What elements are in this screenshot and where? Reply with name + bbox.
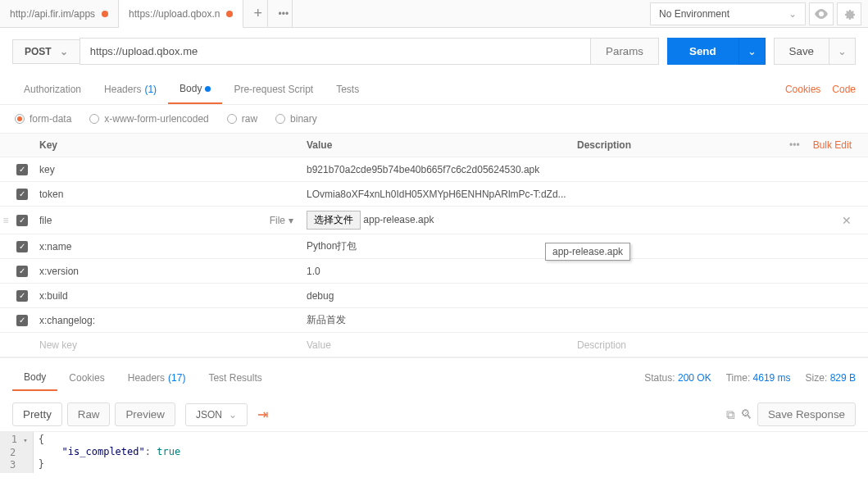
cookies-link[interactable]: Cookies	[785, 84, 820, 95]
row-checkbox[interactable]: ✓	[16, 164, 28, 175]
save-button[interactable]: Save	[774, 38, 829, 65]
kv-row: ✓x:builddebug	[0, 284, 868, 308]
value-text[interactable]: 1.0	[307, 266, 320, 277]
key-text[interactable]: file	[39, 215, 52, 226]
new-key-input[interactable]: New key	[33, 339, 303, 351]
radio-form-data[interactable]: form-data	[15, 113, 71, 125]
chevron-down-icon: ⌄	[788, 8, 797, 20]
tab-menu-button[interactable]: •••	[268, 0, 293, 28]
env-label: No Environment	[659, 8, 729, 20]
radio-binary[interactable]: binary	[275, 113, 317, 125]
type-select[interactable]: File ▾	[270, 215, 293, 226]
resp-tab-tests[interactable]: Test Results	[197, 366, 273, 390]
drag-handle-icon[interactable]: ≡	[2, 215, 8, 226]
resp-tab-cookies[interactable]: Cookies	[57, 366, 116, 390]
tab-2[interactable]: https://upload.qbox.n	[119, 0, 243, 28]
tabs-bar: http://api.fir.im/apps https://upload.qb…	[0, 0, 868, 28]
chevron-down-icon: ⌄	[748, 45, 757, 57]
time-label: Time:	[726, 372, 751, 384]
view-preview-button[interactable]: Preview	[115, 402, 175, 426]
columns-menu-icon[interactable]: •••	[789, 139, 800, 151]
view-pretty-button[interactable]: Pretty	[12, 402, 62, 426]
new-desc-input[interactable]: Description	[574, 339, 868, 351]
environment-select[interactable]: No Environment ⌄	[650, 2, 806, 25]
resp-headers-label: Headers	[128, 372, 165, 384]
fold-icon[interactable]: ▾	[23, 436, 27, 444]
value-text[interactable]: Python打包	[307, 240, 357, 252]
row-checkbox[interactable]: ✓	[16, 266, 28, 277]
add-tab-button[interactable]: +	[243, 0, 268, 28]
radio-raw[interactable]: raw	[227, 113, 257, 125]
delete-row-icon[interactable]: ✕	[842, 214, 852, 227]
key-text[interactable]: x:build	[39, 290, 68, 302]
kv-row-new[interactable]: New key Value Description	[0, 333, 868, 357]
save-options-button[interactable]: ⌄	[829, 38, 856, 65]
row-checkbox[interactable]: ✓	[16, 290, 28, 302]
kv-row: ✓x:changelog:新品首发	[0, 308, 868, 333]
view-raw-button[interactable]: Raw	[67, 402, 111, 426]
size-label: Size:	[806, 372, 828, 384]
radio-urlencoded[interactable]: x-www-form-urlencoded	[89, 113, 208, 125]
request-row: POST ⌄ Params Send ⌄ Save ⌄	[0, 28, 868, 75]
key-text[interactable]: x:name	[39, 241, 71, 252]
settings-button[interactable]	[837, 2, 861, 25]
tab-1[interactable]: http://api.fir.im/apps	[0, 0, 119, 28]
header-value: Value	[303, 139, 574, 151]
row-checkbox[interactable]: ✓	[16, 215, 28, 226]
wrap-lines-icon[interactable]: ⇥	[252, 407, 273, 422]
tab-tests[interactable]: Tests	[325, 75, 370, 103]
header-desc: Description	[574, 139, 789, 151]
copy-icon[interactable]: ⧉	[726, 407, 735, 422]
value-text[interactable]: debug	[307, 290, 334, 302]
resp-tab-headers[interactable]: Headers (17)	[116, 366, 198, 390]
time-value: 4619 ms	[753, 372, 791, 384]
code-line-3: }	[39, 458, 180, 471]
response-status: Status: 200 OK Time: 4619 ms Size: 829 B	[644, 372, 856, 384]
choose-file-button[interactable]: 选择文件	[307, 211, 361, 230]
row-checkbox[interactable]: ✓	[16, 241, 28, 252]
radio-label: x-www-form-urlencoded	[104, 113, 208, 125]
tab-body[interactable]: Body	[168, 75, 222, 104]
bulk-edit-link[interactable]: Bulk Edit	[813, 139, 852, 151]
right-links: Cookies Code	[785, 84, 856, 95]
response-body: 1 ▾ 2 3 { "is_completed": true }	[0, 432, 868, 473]
tooltip: app-release.apk	[545, 243, 630, 261]
radio-icon	[227, 114, 237, 124]
caret-down-icon: ▾	[289, 215, 293, 226]
send-options-button[interactable]: ⌄	[738, 38, 766, 65]
env-quicklook-button[interactable]	[809, 2, 834, 25]
tab-headers[interactable]: Headers (1)	[93, 75, 168, 103]
resp-tab-body[interactable]: Body	[12, 365, 57, 391]
row-checkbox[interactable]: ✓	[16, 189, 28, 200]
value-text[interactable]: b921b70a2cde95b74be40b665f7c6c2d05624530…	[307, 164, 539, 175]
kv-header: Key Value Description ••• Bulk Edit	[0, 133, 868, 157]
code-link[interactable]: Code	[832, 84, 856, 95]
tab-authorization[interactable]: Authorization	[12, 75, 93, 103]
url-input[interactable]	[80, 38, 590, 65]
gutter: 1 ▾ 2 3	[0, 432, 34, 473]
params-button[interactable]: Params	[590, 38, 659, 65]
new-value-input[interactable]: Value	[303, 339, 574, 351]
method-select[interactable]: POST ⌄	[12, 39, 80, 64]
radio-label: binary	[290, 113, 317, 125]
code-line-2: "is_completed": true	[39, 446, 180, 458]
format-select[interactable]: JSON ⌄	[185, 403, 248, 426]
radio-label: form-data	[30, 113, 71, 125]
kv-row: ✓tokenLOvmia8oXF4xnLh0IdH05XMYpH6ENHNpAR…	[0, 182, 868, 207]
key-text[interactable]: x:version	[39, 266, 79, 277]
value-text[interactable]: 新品首发	[307, 314, 346, 325]
status-label: Status:	[644, 372, 675, 384]
radio-icon	[275, 114, 285, 124]
row-checkbox[interactable]: ✓	[16, 315, 28, 326]
tab-prerequest[interactable]: Pre-request Script	[222, 75, 325, 103]
search-icon[interactable]: 🔍︎	[740, 407, 752, 421]
tab-label: https://upload.qbox.n	[129, 8, 220, 20]
key-text[interactable]: token	[39, 189, 63, 200]
key-text[interactable]: key	[39, 164, 55, 175]
radio-label: raw	[242, 113, 257, 125]
send-button[interactable]: Send	[667, 38, 738, 65]
value-text[interactable]: LOvmia8oXF4xnLh0IdH05XMYpH6ENHNpARlmPc-T…	[307, 189, 566, 200]
key-text[interactable]: x:changelog:	[39, 315, 95, 326]
save-response-button[interactable]: Save Response	[757, 402, 856, 426]
code-body[interactable]: { "is_completed": true }	[34, 432, 185, 473]
